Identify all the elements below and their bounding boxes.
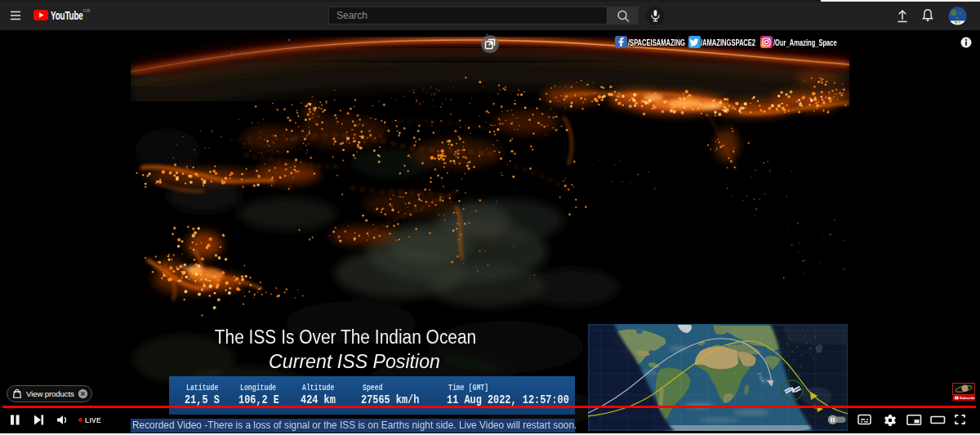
svg-text:Subscribe: Subscribe [960, 396, 975, 400]
svg-text:LIVE: LIVE [85, 416, 101, 424]
svg-text:YouTube: YouTube [51, 7, 83, 22]
svg-text:GB: GB [83, 8, 91, 13]
